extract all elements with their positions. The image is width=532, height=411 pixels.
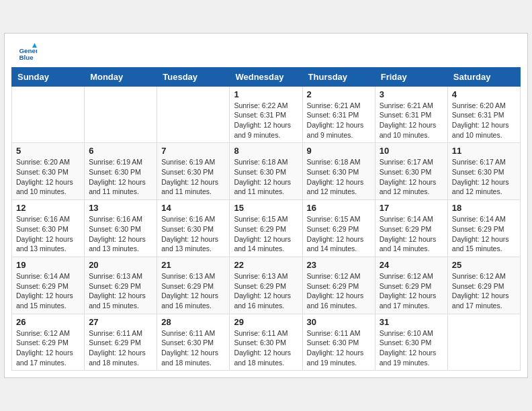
day-header-saturday: Saturday xyxy=(447,67,520,86)
day-info: Sunrise: 6:12 AMSunset: 6:29 PMDaylight:… xyxy=(380,271,443,311)
day-cell: 14Sunrise: 6:16 AMSunset: 6:30 PMDayligh… xyxy=(157,200,230,257)
day-number: 15 xyxy=(234,203,298,213)
day-info: Sunrise: 6:19 AMSunset: 6:30 PMDaylight:… xyxy=(89,157,152,197)
day-cell: 18Sunrise: 6:14 AMSunset: 6:29 PMDayligh… xyxy=(447,200,520,257)
day-cell: 3Sunrise: 6:21 AMSunset: 6:31 PMDaylight… xyxy=(375,86,447,143)
day-header-thursday: Thursday xyxy=(302,67,375,86)
day-number: 18 xyxy=(452,203,516,213)
day-cell: 30Sunrise: 6:11 AMSunset: 6:30 PMDayligh… xyxy=(302,314,375,371)
day-info: Sunrise: 6:20 AMSunset: 6:30 PMDaylight:… xyxy=(16,157,80,197)
day-number: 25 xyxy=(452,260,516,270)
week-row-1: 1Sunrise: 6:22 AMSunset: 6:31 PMDaylight… xyxy=(12,86,521,143)
day-cell: 16Sunrise: 6:15 AMSunset: 6:29 PMDayligh… xyxy=(302,200,375,257)
day-number: 9 xyxy=(307,146,371,156)
day-info: Sunrise: 6:11 AMSunset: 6:29 PMDaylight:… xyxy=(89,328,152,368)
day-number: 10 xyxy=(380,146,443,156)
calendar-table: SundayMondayTuesdayWednesdayThursdayFrid… xyxy=(11,67,521,371)
day-info: Sunrise: 6:18 AMSunset: 6:30 PMDaylight:… xyxy=(307,157,371,197)
day-number: 3 xyxy=(380,89,443,99)
day-cell: 17Sunrise: 6:14 AMSunset: 6:29 PMDayligh… xyxy=(375,200,447,257)
week-row-4: 19Sunrise: 6:14 AMSunset: 6:29 PMDayligh… xyxy=(12,257,521,314)
day-cell: 28Sunrise: 6:11 AMSunset: 6:30 PMDayligh… xyxy=(157,314,230,371)
day-cell xyxy=(157,86,230,143)
day-cell: 22Sunrise: 6:13 AMSunset: 6:29 PMDayligh… xyxy=(230,257,302,314)
day-cell: 24Sunrise: 6:12 AMSunset: 6:29 PMDayligh… xyxy=(375,257,447,314)
day-number: 30 xyxy=(307,317,371,327)
day-info: Sunrise: 6:21 AMSunset: 6:31 PMDaylight:… xyxy=(380,101,443,140)
day-info: Sunrise: 6:14 AMSunset: 6:29 PMDaylight:… xyxy=(380,214,443,254)
day-info: Sunrise: 6:22 AMSunset: 6:31 PMDaylight:… xyxy=(234,101,298,140)
day-cell: 8Sunrise: 6:18 AMSunset: 6:30 PMDaylight… xyxy=(230,143,302,200)
day-info: Sunrise: 6:12 AMSunset: 6:29 PMDaylight:… xyxy=(452,271,516,311)
day-info: Sunrise: 6:20 AMSunset: 6:31 PMDaylight:… xyxy=(452,101,516,140)
day-info: Sunrise: 6:15 AMSunset: 6:29 PMDaylight:… xyxy=(307,214,371,254)
day-info: Sunrise: 6:13 AMSunset: 6:29 PMDaylight:… xyxy=(234,271,298,311)
day-cell xyxy=(12,86,85,143)
day-number: 23 xyxy=(307,260,371,270)
day-number: 1 xyxy=(234,89,298,99)
day-number: 31 xyxy=(380,317,443,327)
day-header-monday: Monday xyxy=(85,67,157,86)
day-number: 11 xyxy=(452,146,516,156)
day-number: 4 xyxy=(452,89,516,99)
day-number: 26 xyxy=(16,317,80,327)
day-number: 13 xyxy=(89,203,152,213)
day-info: Sunrise: 6:17 AMSunset: 6:30 PMDaylight:… xyxy=(380,157,443,197)
day-cell: 11Sunrise: 6:17 AMSunset: 6:30 PMDayligh… xyxy=(447,143,520,200)
day-number: 22 xyxy=(234,260,298,270)
week-row-5: 26Sunrise: 6:12 AMSunset: 6:29 PMDayligh… xyxy=(12,314,521,371)
day-cell: 1Sunrise: 6:22 AMSunset: 6:31 PMDaylight… xyxy=(230,86,302,143)
day-number: 16 xyxy=(307,203,371,213)
day-cell: 13Sunrise: 6:16 AMSunset: 6:30 PMDayligh… xyxy=(85,200,157,257)
day-info: Sunrise: 6:16 AMSunset: 6:30 PMDaylight:… xyxy=(89,214,152,254)
day-number: 21 xyxy=(161,260,225,270)
day-number: 27 xyxy=(89,317,152,327)
day-info: Sunrise: 6:13 AMSunset: 6:29 PMDaylight:… xyxy=(89,271,152,311)
day-info: Sunrise: 6:11 AMSunset: 6:30 PMDaylight:… xyxy=(161,328,225,368)
day-info: Sunrise: 6:13 AMSunset: 6:29 PMDaylight:… xyxy=(161,271,225,311)
day-cell: 4Sunrise: 6:20 AMSunset: 6:31 PMDaylight… xyxy=(447,86,520,143)
day-cell: 25Sunrise: 6:12 AMSunset: 6:29 PMDayligh… xyxy=(447,257,520,314)
day-cell xyxy=(447,314,520,371)
day-cell: 31Sunrise: 6:10 AMSunset: 6:30 PMDayligh… xyxy=(375,314,447,371)
day-info: Sunrise: 6:19 AMSunset: 6:30 PMDaylight:… xyxy=(161,157,225,197)
svg-marker-2 xyxy=(32,43,37,48)
day-number: 29 xyxy=(234,317,298,327)
day-info: Sunrise: 6:18 AMSunset: 6:30 PMDaylight:… xyxy=(234,157,298,197)
day-cell: 5Sunrise: 6:20 AMSunset: 6:30 PMDaylight… xyxy=(12,143,85,200)
day-info: Sunrise: 6:11 AMSunset: 6:30 PMDaylight:… xyxy=(234,328,298,368)
day-cell: 23Sunrise: 6:12 AMSunset: 6:29 PMDayligh… xyxy=(302,257,375,314)
day-cell: 12Sunrise: 6:16 AMSunset: 6:30 PMDayligh… xyxy=(12,200,85,257)
logo: General Blue xyxy=(18,43,40,62)
day-header-wednesday: Wednesday xyxy=(230,67,302,86)
day-info: Sunrise: 6:15 AMSunset: 6:29 PMDaylight:… xyxy=(234,214,298,254)
day-number: 14 xyxy=(161,203,225,213)
day-info: Sunrise: 6:21 AMSunset: 6:31 PMDaylight:… xyxy=(307,101,371,140)
day-cell: 9Sunrise: 6:18 AMSunset: 6:30 PMDaylight… xyxy=(302,143,375,200)
day-header-friday: Friday xyxy=(375,67,447,86)
day-header-tuesday: Tuesday xyxy=(157,67,230,86)
day-cell: 20Sunrise: 6:13 AMSunset: 6:29 PMDayligh… xyxy=(85,257,157,314)
day-headers-row: SundayMondayTuesdayWednesdayThursdayFrid… xyxy=(12,67,521,86)
day-header-sunday: Sunday xyxy=(12,67,85,86)
week-row-2: 5Sunrise: 6:20 AMSunset: 6:30 PMDaylight… xyxy=(12,143,521,200)
day-cell: 27Sunrise: 6:11 AMSunset: 6:29 PMDayligh… xyxy=(85,314,157,371)
day-cell: 19Sunrise: 6:14 AMSunset: 6:29 PMDayligh… xyxy=(12,257,85,314)
day-info: Sunrise: 6:11 AMSunset: 6:30 PMDaylight:… xyxy=(307,328,371,368)
day-cell: 21Sunrise: 6:13 AMSunset: 6:29 PMDayligh… xyxy=(157,257,230,314)
day-number: 6 xyxy=(89,146,152,156)
day-cell: 2Sunrise: 6:21 AMSunset: 6:31 PMDaylight… xyxy=(302,86,375,143)
day-cell: 7Sunrise: 6:19 AMSunset: 6:30 PMDaylight… xyxy=(157,143,230,200)
day-number: 19 xyxy=(16,260,80,270)
day-cell: 15Sunrise: 6:15 AMSunset: 6:29 PMDayligh… xyxy=(230,200,302,257)
day-cell: 10Sunrise: 6:17 AMSunset: 6:30 PMDayligh… xyxy=(375,143,447,200)
day-cell xyxy=(85,86,157,143)
day-number: 12 xyxy=(16,203,80,213)
day-info: Sunrise: 6:14 AMSunset: 6:29 PMDaylight:… xyxy=(452,214,516,254)
day-number: 2 xyxy=(307,89,371,99)
day-number: 7 xyxy=(161,146,225,156)
calendar-header: General Blue xyxy=(5,34,527,67)
day-info: Sunrise: 6:16 AMSunset: 6:30 PMDaylight:… xyxy=(16,214,80,254)
svg-text:Blue: Blue xyxy=(19,54,34,61)
day-cell: 26Sunrise: 6:12 AMSunset: 6:29 PMDayligh… xyxy=(12,314,85,371)
